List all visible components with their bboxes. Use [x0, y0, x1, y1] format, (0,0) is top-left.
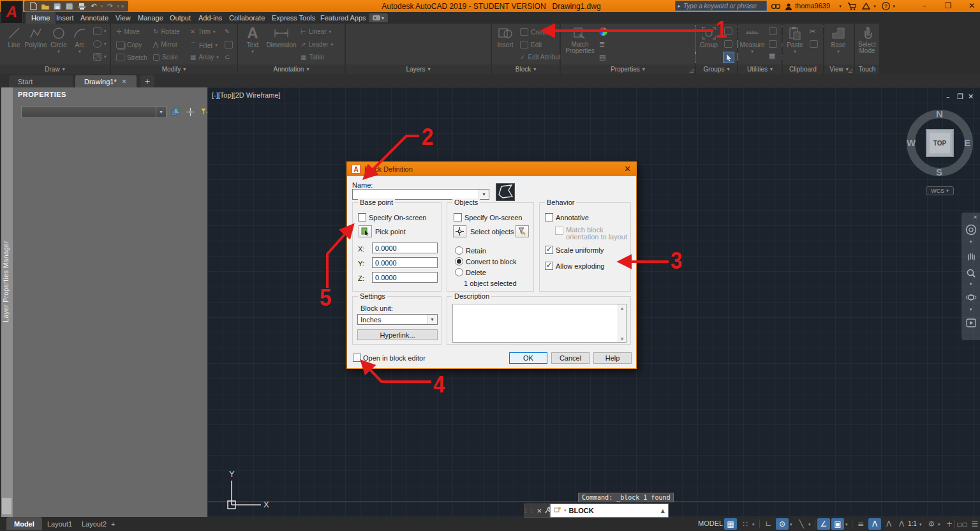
lineweight-display-toggle[interactable]: ≡	[854, 518, 867, 530]
tool-circle[interactable]: Circle ▾	[48, 26, 69, 54]
tab-express-tools[interactable]: Express Tools	[266, 12, 321, 24]
tool-table[interactable]: ▦Table	[301, 54, 324, 61]
search-binoculars-icon[interactable]	[769, 1, 782, 11]
viewcube-top-face[interactable]: TOP	[926, 129, 954, 157]
minimize-button[interactable]: –	[916, 0, 933, 11]
restore-button[interactable]: ❐	[940, 0, 956, 11]
undo-dropdown-icon[interactable]: ▾	[101, 4, 103, 9]
save-as-icon[interactable]	[64, 2, 75, 11]
redo-dropdown-icon[interactable]: ▾	[117, 4, 120, 9]
panel-footer-touch[interactable]: Touch	[855, 64, 879, 74]
new-drawing-tab-button[interactable]: +	[140, 75, 154, 87]
tool-create-block[interactable]: Create	[520, 28, 550, 36]
panel-footer-layers[interactable]: Layers▾	[346, 64, 491, 74]
tool-rectangle[interactable]: ▾	[93, 27, 107, 35]
command-grip[interactable]: ⋮⋮ ✕	[524, 504, 550, 518]
tool-text[interactable]: A Text ▾	[243, 26, 262, 54]
command-drag-icon[interactable]: ⋮⋮	[523, 507, 534, 514]
name-dropdown-icon[interactable]: ▾	[479, 190, 489, 199]
panel-footer-clipboard[interactable]: Clipboard	[783, 64, 823, 74]
viewport-restore-icon[interactable]: ❐	[957, 93, 963, 101]
point-style-icon[interactable]	[769, 40, 777, 48]
tool-explode[interactable]	[225, 41, 233, 49]
isolate-objects-icon[interactable]: ◻○	[956, 518, 969, 530]
basepoint-specify-onscreen-checkbox[interactable]	[358, 213, 366, 221]
arc-dropdown-icon[interactable]: ▾	[78, 49, 81, 54]
tool-match-properties[interactable]: Match Properties	[563, 26, 597, 54]
close-button[interactable]: ✕	[963, 0, 980, 11]
tool-rotate[interactable]: ↻Rotate	[153, 28, 180, 35]
object-snap-tracking-toggle[interactable]: ∠	[817, 518, 830, 530]
viewcube-south[interactable]: S	[936, 167, 942, 177]
annotative-checkbox[interactable]	[545, 213, 553, 221]
ok-button[interactable]: OK	[509, 352, 547, 364]
hyperlink-button[interactable]: Hyperlink...	[357, 329, 438, 340]
cancel-button[interactable]: Cancel	[551, 352, 590, 364]
panel-footer-groups[interactable]: Groups▾	[696, 64, 737, 74]
panel-footer-properties[interactable]: Properties▾	[561, 64, 695, 74]
tool-trim[interactable]: ✕Trim▾	[190, 28, 216, 35]
plot-style-icon[interactable]: ▤	[599, 53, 605, 61]
search-expand-icon[interactable]: ▸	[678, 3, 680, 9]
retain-radio[interactable]	[455, 246, 463, 255]
viewport-controls[interactable]: [-][Top][2D Wireframe]	[212, 91, 281, 99]
workspace-switching-gear-icon[interactable]: ⚙	[925, 518, 938, 530]
orbit-icon[interactable]	[961, 289, 980, 306]
tool-arc[interactable]: Arc ▾	[70, 26, 89, 54]
tool-measure[interactable]: Measure ▾	[739, 26, 765, 54]
quick-select-icon[interactable]	[769, 27, 777, 35]
file-tab-start[interactable]: Start	[9, 75, 73, 87]
base-dropdown-icon[interactable]: ▾	[837, 49, 840, 54]
account-dropdown-icon[interactable]: ▾	[872, 1, 878, 11]
quick-calculator-icon[interactable]: ▦	[769, 52, 775, 60]
tool-select-mode[interactable]: Select Mode	[856, 26, 878, 54]
qat-customize-icon[interactable]: ▾	[121, 3, 124, 10]
ribbon-display-options-button[interactable]: ▾	[369, 13, 388, 22]
tab-featured-apps[interactable]: Featured Apps	[315, 12, 372, 24]
close-tab-icon[interactable]: ✕	[122, 79, 127, 85]
navwheel-dropdown-icon[interactable]: ▾	[961, 238, 980, 246]
measure-dropdown-icon[interactable]: ▾	[751, 49, 754, 54]
tool-polyline[interactable]: Polyline	[24, 26, 47, 49]
signed-in-username[interactable]: thoma9639	[795, 2, 830, 10]
tool-ellipse[interactable]: ▾	[93, 40, 107, 48]
annotation-scale-button[interactable]: Λ	[895, 518, 908, 530]
color-wheel-icon[interactable]	[599, 27, 607, 36]
circle-dropdown-icon[interactable]: ▾	[57, 49, 60, 54]
properties-launcher-icon[interactable]: ◿	[690, 68, 694, 73]
tab-add-ins[interactable]: Add-ins	[193, 12, 228, 24]
tool-insert-block[interactable]: Insert	[494, 26, 516, 49]
tool-hatch[interactable]: ▾	[93, 53, 107, 61]
x-coordinate-field[interactable]	[372, 243, 438, 253]
description-scrollbar[interactable]: ▲▼	[618, 304, 626, 342]
block-unit-dropdown[interactable]: Inches ▾	[357, 314, 438, 325]
add-layout-button[interactable]: +	[107, 517, 119, 530]
objects-specify-onscreen-checkbox[interactable]	[454, 213, 462, 221]
command-close-icon[interactable]: ✕	[537, 507, 542, 514]
user-dropdown-icon[interactable]: ▾	[837, 1, 843, 11]
tool-linear[interactable]: ⊢Linear▾	[301, 28, 331, 35]
group-edit-icon[interactable]	[724, 40, 732, 48]
copy-clip-icon[interactable]	[810, 40, 818, 48]
z-coordinate-field[interactable]	[372, 272, 438, 283]
polar-dropdown-icon[interactable]: ▾	[790, 522, 792, 527]
sidebar-bottom-grip[interactable]	[2, 498, 11, 514]
tool-paste[interactable]: Paste ▾	[784, 26, 806, 54]
tool-leader[interactable]: ↗Leader▾	[301, 41, 333, 48]
tab-output[interactable]: Output	[164, 12, 197, 24]
ungroup-icon[interactable]	[724, 27, 732, 35]
help-dropdown-icon[interactable]: ▾	[891, 1, 897, 11]
object-type-dropdown[interactable]: ▾	[21, 106, 167, 118]
select-objects-icon[interactable]	[185, 107, 196, 117]
panel-footer-utilities[interactable]: Utilities▾	[738, 64, 782, 74]
dialog-title-bar[interactable]: A Block Definition ✕	[347, 162, 636, 176]
customization-menu-icon[interactable]: ☰	[969, 518, 980, 530]
tool-offset[interactable]: ⊂	[225, 54, 230, 61]
tab-collaborate[interactable]: Collaborate	[223, 12, 271, 24]
text-dropdown-icon[interactable]: ▾	[251, 49, 254, 54]
scale-dropdown-icon[interactable]: ▾	[919, 522, 922, 527]
pan-hand-icon[interactable]	[961, 247, 980, 264]
object-snap-toggle[interactable]: ▣	[831, 518, 844, 530]
panel-footer-draw[interactable]: Draw▾	[0, 64, 110, 74]
open-folder-icon[interactable]	[40, 2, 50, 11]
